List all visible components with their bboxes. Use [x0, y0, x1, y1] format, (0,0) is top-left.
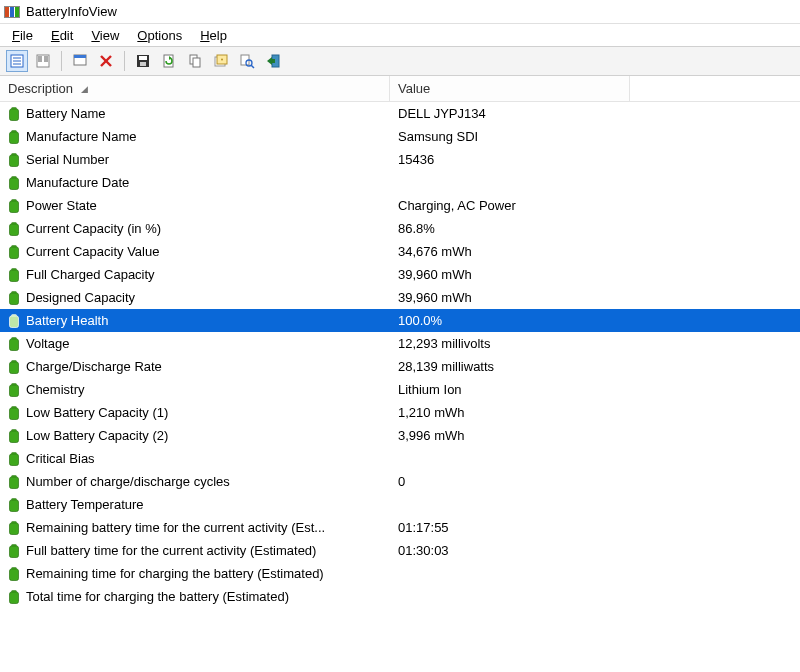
- tb-properties[interactable]: [69, 50, 91, 72]
- svg-rect-59: [10, 385, 19, 397]
- cell-description: Manufacture Date: [0, 175, 390, 190]
- app-icon: [4, 4, 20, 20]
- menu-help[interactable]: Help: [192, 26, 235, 45]
- svg-rect-20: [139, 56, 147, 60]
- tb-find[interactable]: [236, 50, 258, 72]
- description-text: Remaining battery time for the current a…: [26, 520, 325, 535]
- svg-rect-49: [10, 270, 19, 282]
- column-header-label: Value: [398, 81, 430, 96]
- cell-value: 0: [390, 474, 630, 489]
- tb-options[interactable]: [210, 50, 232, 72]
- cell-value: Charging, AC Power: [390, 198, 630, 213]
- svg-rect-69: [10, 500, 19, 512]
- svg-point-28: [221, 59, 223, 61]
- table-row[interactable]: Power StateCharging, AC Power: [0, 194, 800, 217]
- battery-icon: [8, 153, 20, 167]
- table-row[interactable]: Full battery time for the current activi…: [0, 539, 800, 562]
- description-text: Battery Name: [26, 106, 105, 121]
- table-row[interactable]: Remaining battery time for the current a…: [0, 516, 800, 539]
- description-text: Battery Health: [26, 313, 108, 328]
- cell-description: Voltage: [0, 336, 390, 351]
- table-row[interactable]: Number of charge/discharge cycles0: [0, 470, 800, 493]
- menu-file[interactable]: File: [4, 26, 41, 45]
- svg-rect-37: [10, 132, 19, 144]
- table-row[interactable]: Remaining time for charging the battery …: [0, 562, 800, 585]
- table-row[interactable]: Low Battery Capacity (1)1,210 mWh: [0, 401, 800, 424]
- battery-icon: [8, 452, 20, 466]
- cell-value: 15436: [390, 152, 630, 167]
- tb-exit[interactable]: [262, 50, 284, 72]
- table-row[interactable]: Voltage12,293 millivolts: [0, 332, 800, 355]
- cell-description: Serial Number: [0, 152, 390, 167]
- table-row[interactable]: Critical Bias: [0, 447, 800, 470]
- tb-delete[interactable]: [95, 50, 117, 72]
- menu-options[interactable]: Options: [129, 26, 190, 45]
- cell-value: DELL JYPJ134: [390, 106, 630, 121]
- svg-rect-39: [10, 155, 19, 167]
- cell-description: Critical Bias: [0, 451, 390, 466]
- cell-description: Low Battery Capacity (1): [0, 405, 390, 420]
- svg-rect-0: [5, 7, 9, 17]
- column-header-description[interactable]: Description ◢: [0, 76, 390, 101]
- cell-description: Chemistry: [0, 382, 390, 397]
- table-row[interactable]: Manufacture Date: [0, 171, 800, 194]
- svg-rect-21: [140, 62, 146, 66]
- description-text: Power State: [26, 198, 97, 213]
- battery-icon: [8, 268, 20, 282]
- tb-view-details[interactable]: [6, 50, 28, 72]
- table-row[interactable]: Serial Number15436: [0, 148, 800, 171]
- table-row[interactable]: Full Charged Capacity39,960 mWh: [0, 263, 800, 286]
- cell-value: 86.8%: [390, 221, 630, 236]
- table-row[interactable]: Battery NameDELL JYPJ134: [0, 102, 800, 125]
- svg-rect-55: [10, 339, 19, 351]
- description-text: Charge/Discharge Rate: [26, 359, 162, 374]
- description-text: Low Battery Capacity (2): [26, 428, 168, 443]
- battery-icon: [8, 291, 20, 305]
- table-row[interactable]: Battery Health100.0%: [0, 309, 800, 332]
- description-text: Manufacture Date: [26, 175, 129, 190]
- cell-description: Full battery time for the current activi…: [0, 543, 390, 558]
- description-text: Manufacture Name: [26, 129, 137, 144]
- svg-rect-25: [193, 58, 200, 67]
- cell-value: 39,960 mWh: [390, 290, 630, 305]
- table-row[interactable]: Total time for charging the battery (Est…: [0, 585, 800, 608]
- battery-icon: [8, 521, 20, 535]
- table-row[interactable]: Low Battery Capacity (2)3,996 mWh: [0, 424, 800, 447]
- cell-description: Remaining battery time for the current a…: [0, 520, 390, 535]
- cell-description: Low Battery Capacity (2): [0, 428, 390, 443]
- column-header-value[interactable]: Value: [390, 76, 630, 101]
- svg-rect-65: [10, 454, 19, 466]
- table-row[interactable]: Current Capacity Value34,676 mWh: [0, 240, 800, 263]
- svg-rect-43: [10, 201, 19, 213]
- toolbar-separator: [61, 51, 62, 71]
- list-body: Battery NameDELL JYPJ134 Manufacture Nam…: [0, 102, 800, 608]
- table-row[interactable]: Designed Capacity39,960 mWh: [0, 286, 800, 309]
- svg-rect-57: [10, 362, 19, 374]
- description-text: Remaining time for charging the battery …: [26, 566, 324, 581]
- tb-save[interactable]: [132, 50, 154, 72]
- tb-refresh[interactable]: [158, 50, 180, 72]
- cell-value: 3,996 mWh: [390, 428, 630, 443]
- cell-description: Designed Capacity: [0, 290, 390, 305]
- table-row[interactable]: Battery Temperature: [0, 493, 800, 516]
- cell-value: 39,960 mWh: [390, 267, 630, 282]
- battery-icon: [8, 567, 20, 581]
- svg-rect-45: [10, 224, 19, 236]
- sort-indicator-icon: ◢: [81, 84, 88, 94]
- description-text: Low Battery Capacity (1): [26, 405, 168, 420]
- table-row[interactable]: Manufacture NameSamsung SDI: [0, 125, 800, 148]
- table-row[interactable]: Current Capacity (in %)86.8%: [0, 217, 800, 240]
- battery-icon: [8, 176, 20, 190]
- table-row[interactable]: ChemistryLithium Ion: [0, 378, 800, 401]
- tb-view-list[interactable]: [32, 50, 54, 72]
- table-row[interactable]: Charge/Discharge Rate28,139 milliwatts: [0, 355, 800, 378]
- battery-icon: [8, 199, 20, 213]
- cell-value: 01:17:55: [390, 520, 630, 535]
- battery-icon: [8, 406, 20, 420]
- svg-line-31: [251, 65, 254, 68]
- battery-icon: [8, 107, 20, 121]
- menu-edit[interactable]: Edit: [43, 26, 81, 45]
- description-text: Current Capacity (in %): [26, 221, 161, 236]
- tb-copy[interactable]: [184, 50, 206, 72]
- menu-view[interactable]: View: [83, 26, 127, 45]
